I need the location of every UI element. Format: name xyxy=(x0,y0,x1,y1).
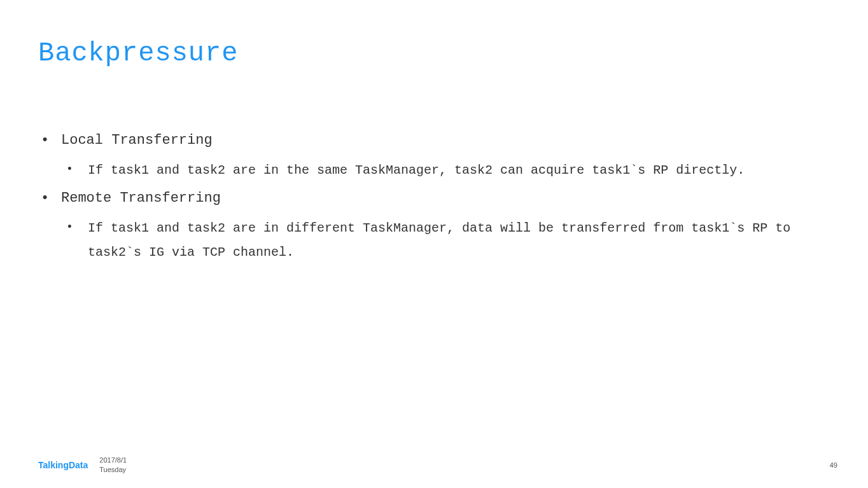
bullet-item: Remote Transferring If task1 and task2 a… xyxy=(38,190,830,265)
bullet-list: Local Transferring If task1 and task2 ar… xyxy=(38,132,830,265)
content-area: Local Transferring If task1 and task2 ar… xyxy=(38,132,830,265)
bullet-item: Local Transferring If task1 and task2 ar… xyxy=(38,132,830,183)
page-number: 49 xyxy=(830,461,837,469)
sub-bullet-item: If task1 and task2 are in different Task… xyxy=(61,216,830,265)
footer: TalkingData 2017/8/1 Tuesday xyxy=(38,456,127,474)
slide-title: Backpressure xyxy=(38,38,830,69)
sub-bullet-list: If task1 and task2 are in the same TaskM… xyxy=(61,158,830,183)
footer-date: 2017/8/1 xyxy=(99,456,127,464)
sub-bullet-item: If task1 and task2 are in the same TaskM… xyxy=(61,158,830,183)
date-block: 2017/8/1 Tuesday xyxy=(99,456,127,474)
logo: TalkingData xyxy=(38,460,88,470)
bullet-heading: Local Transferring xyxy=(61,132,213,148)
slide-container: Backpressure Local Transferring If task1… xyxy=(0,0,868,488)
sub-bullet-list: If task1 and task2 are in different Task… xyxy=(61,216,830,265)
footer-day: Tuesday xyxy=(99,465,127,474)
bullet-heading: Remote Transferring xyxy=(61,190,221,206)
